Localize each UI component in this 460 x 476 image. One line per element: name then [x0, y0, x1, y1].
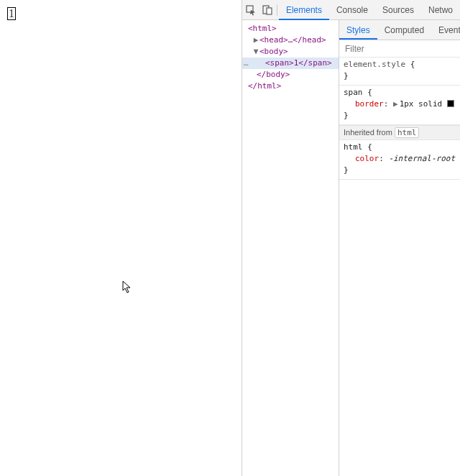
subtab-computed[interactable]: Computed — [377, 20, 431, 40]
dom-node-body-open[interactable]: ▼<body> — [242, 46, 339, 58]
styles-sub-tabs: Styles Computed Event L — [339, 20, 460, 40]
color-swatch-icon[interactable] — [447, 100, 454, 107]
inherited-label: Inherited from — [344, 128, 392, 137]
svg-rect-2 — [267, 8, 272, 14]
app-root: 1 Elements Console Sources Netwo — [0, 0, 460, 476]
styles-pane: Styles Computed Event L element.style { … — [339, 20, 460, 476]
ellipsis-icon[interactable]: … — [244, 58, 248, 69]
css-value: -internal-root-c — [388, 154, 456, 163]
css-declaration[interactable]: border: ▶1px solid bl — [344, 99, 456, 110]
css-declaration[interactable]: color: -internal-root-c — [344, 153, 456, 165]
tab-console[interactable]: Console — [329, 0, 375, 20]
dom-node-html-close[interactable]: </html> — [242, 81, 339, 92]
tab-elements[interactable]: Elements — [279, 0, 329, 20]
collapse-triangle-icon[interactable]: ▼ — [252, 46, 259, 58]
mouse-cursor-icon — [122, 280, 134, 295]
css-rules-list: element.style { } span { border: ▶1px so… — [339, 58, 460, 476]
rule-span[interactable]: span { border: ▶1px solid bl } — [339, 86, 460, 125]
devtools-toolbar: Elements Console Sources Netwo — [242, 0, 460, 20]
devtools-panel: Elements Console Sources Netwo <html> ▶<… — [242, 0, 460, 476]
styles-filter-row — [339, 40, 460, 58]
shorthand-expand-icon[interactable]: ▶ — [393, 99, 398, 109]
css-property: color — [355, 154, 379, 163]
device-toolbar-icon[interactable] — [259, 0, 275, 20]
selector-text: element.style — [344, 60, 405, 69]
dom-node-html-open[interactable]: <html> — [242, 23, 339, 35]
dom-node-span[interactable]: …<span>1</span> — [242, 58, 339, 69]
inherited-from-bar: Inherited from html — [339, 125, 460, 140]
css-value: 1px solid — [400, 99, 443, 109]
devtools-main-tabs: Elements Console Sources Netwo — [279, 0, 460, 20]
selector-text: html — [344, 142, 363, 152]
css-property: border — [355, 99, 384, 109]
expand-triangle-icon[interactable]: ▶ — [252, 35, 259, 46]
dom-node-body-close[interactable]: </body> — [242, 69, 339, 81]
selector-text: span — [344, 88, 363, 97]
inspect-element-icon[interactable] — [242, 0, 259, 20]
inherited-from-link[interactable]: html — [395, 127, 420, 138]
rendered-page: 1 — [0, 0, 242, 476]
dom-node-head[interactable]: ▶<head>…</head> — [242, 35, 339, 46]
subtab-event-listeners[interactable]: Event L — [431, 20, 460, 40]
rule-element-style[interactable]: element.style { } — [339, 58, 460, 86]
devtools-panes: <html> ▶<head>…</head> ▼<body> …<span>1<… — [242, 20, 460, 476]
toolbar-separator — [277, 4, 277, 16]
dom-tree[interactable]: <html> ▶<head>…</head> ▼<body> …<span>1<… — [242, 20, 339, 476]
page-span: 1 — [7, 7, 16, 20]
subtab-styles[interactable]: Styles — [339, 20, 377, 40]
styles-filter-input[interactable] — [344, 43, 456, 55]
rule-html[interactable]: html { color: -internal-root-c } — [339, 140, 460, 180]
tab-network[interactable]: Netwo — [421, 0, 460, 20]
tab-sources[interactable]: Sources — [375, 0, 421, 20]
